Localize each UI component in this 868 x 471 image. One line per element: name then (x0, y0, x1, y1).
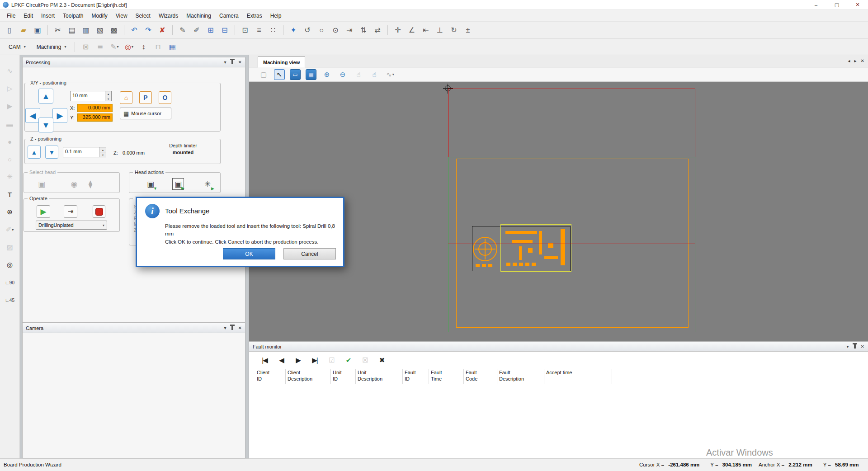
panel-pin-icon[interactable] (854, 344, 856, 349)
tab-machining-view[interactable]: Machining view (258, 57, 305, 67)
print-button[interactable]: ▩ (108, 24, 120, 36)
paste-button[interactable]: ▥ (80, 24, 92, 36)
panel-menu-icon[interactable]: ▾ (224, 60, 226, 65)
menu-item-camera[interactable]: Camera (215, 11, 243, 21)
ellipse-button[interactable]: ⊙ (330, 24, 341, 36)
panel-pin-icon[interactable] (231, 326, 233, 330)
anchor-x-button[interactable]: ⇤ (420, 24, 432, 36)
spin-down-icon[interactable]: ▾ (105, 96, 111, 101)
angle-45-tool[interactable]: ∟45 (4, 294, 16, 306)
ok-button[interactable]: OK (223, 248, 275, 259)
step-size-button[interactable]: ± (462, 24, 474, 36)
flip-vertical-button[interactable]: ⇅ (358, 24, 369, 36)
x-position-field[interactable]: 0.000 mm (77, 104, 113, 112)
undo-button[interactable]: ↶ (128, 24, 140, 36)
panel-close-icon[interactable]: ✕ (238, 326, 242, 330)
anchor-y-button[interactable]: ⊥ (434, 24, 446, 36)
subtract-button[interactable]: ⊟ (219, 24, 231, 36)
select-region-tool[interactable]: ▢ (258, 69, 269, 80)
menu-item-insert[interactable]: Insert (37, 11, 59, 21)
save-button[interactable]: ▣ (32, 24, 43, 36)
draw-path-button[interactable]: ✐ (191, 24, 203, 36)
stop-process-button[interactable] (93, 205, 105, 218)
edit-points-button[interactable]: ✎ (177, 24, 189, 36)
angle-90-tool[interactable]: ∟90 (4, 277, 16, 288)
redo-button[interactable]: ↷ (142, 24, 154, 36)
tab-close-icon[interactable]: ✕ (861, 58, 864, 63)
machining-mode-dropdown[interactable]: Machining ▾ (33, 42, 71, 52)
move-home-button[interactable]: ⌂ (120, 91, 132, 104)
fault-column-header[interactable]: FaultDescription (497, 369, 544, 384)
panel-menu-icon[interactable]: ▾ (847, 344, 849, 349)
close-button[interactable]: ✕ (847, 0, 868, 9)
spin-up-icon[interactable]: ▴ (100, 147, 106, 152)
menu-item-select[interactable]: Select (132, 11, 155, 21)
menu-item-machining[interactable]: Machining (182, 11, 215, 21)
cam-mode-dropdown[interactable]: CAM ▾ (5, 42, 30, 52)
xy-step-spinner[interactable]: 10 mm ▴ ▾ (70, 91, 112, 101)
xy-step-value[interactable]: 10 mm (71, 91, 105, 101)
spin-down-icon[interactable]: ▾ (100, 152, 106, 157)
zoom-selection-tool[interactable]: ▦ (306, 69, 316, 80)
lower-head-button[interactable]: ▣▼ (145, 178, 156, 190)
next-fault-button[interactable]: ▶ (292, 355, 303, 366)
start-head-button[interactable]: ▣▶ (172, 178, 184, 190)
material-tool[interactable]: ▦ (166, 41, 178, 53)
move-zero-position-button[interactable]: O (159, 91, 171, 104)
move-button[interactable]: ✛ (392, 24, 404, 36)
jog-z-minus-button[interactable]: ▼ (45, 146, 58, 159)
accept-all-faults-button[interactable]: ✔ (343, 355, 354, 366)
start-process-button[interactable]: ▶ (37, 205, 50, 218)
group-button[interactable]: ⊡ (239, 24, 251, 36)
jog-x-plus-button[interactable]: ▶ (52, 108, 67, 123)
open-document-button[interactable]: ▰ (18, 24, 29, 36)
jog-y-plus-button[interactable]: ▲ (38, 89, 53, 104)
mouse-cursor-button[interactable]: ▦ Mouse cursor (120, 108, 171, 119)
placement-origin-tool[interactable]: ◎▾ (123, 41, 135, 53)
menu-item-modify[interactable]: Modify (87, 11, 111, 21)
copy-button[interactable]: ▤ (66, 24, 78, 36)
menu-item-wizards[interactable]: Wizards (155, 11, 182, 21)
last-fault-button[interactable]: ▶| (309, 355, 320, 366)
pan-tool[interactable]: ☝ (353, 69, 364, 80)
move-pause-position-button[interactable]: P (139, 91, 152, 104)
fault-column-header[interactable]: FaultID (403, 369, 429, 384)
paste-special-button[interactable]: ▧ (94, 24, 106, 36)
fault-column-header[interactable]: FaultTime (429, 369, 464, 384)
fault-column-header[interactable]: UnitDescription (356, 369, 403, 384)
fiducial-tool[interactable]: ⊕ (4, 206, 16, 218)
z-step-stepper[interactable]: ▴ ▾ (99, 147, 106, 157)
select-tool[interactable]: ↖ (274, 69, 285, 80)
y-position-field[interactable]: 325.000 mm (77, 113, 113, 122)
rotate-ccw-button[interactable]: ↺ (302, 24, 313, 36)
zoom-in-tool[interactable]: ⊕ (321, 69, 332, 80)
spin-up-icon[interactable]: ▴ (105, 91, 111, 96)
combine-button[interactable]: ⊞ (205, 24, 217, 36)
menu-item-view[interactable]: View (112, 11, 132, 21)
zoom-out-tool[interactable]: ⊖ (337, 69, 348, 80)
fault-column-header[interactable]: UnitID (331, 369, 356, 384)
jog-y-minus-button[interactable]: ▼ (38, 118, 53, 132)
convert-button[interactable]: ⇥ (344, 24, 355, 36)
fault-column-header[interactable]: Accept time (544, 369, 612, 384)
alignment-tool[interactable]: ↕ (137, 41, 149, 53)
panel-pin-icon[interactable] (231, 60, 233, 64)
menu-item-edit[interactable]: Edit (19, 11, 37, 21)
maximize-button[interactable]: ▢ (826, 0, 847, 9)
tab-scroll-right-icon[interactable]: ▸ (854, 58, 857, 63)
design-wizard-button[interactable]: ✦ (288, 24, 299, 36)
fault-column-header[interactable]: FaultCode (464, 369, 497, 384)
first-fault-button[interactable]: |◀ (259, 355, 270, 366)
rotate-angle-button[interactable]: ↻ (448, 24, 460, 36)
minimize-button[interactable]: – (806, 0, 826, 9)
fault-column-header[interactable]: ClientID (255, 369, 286, 384)
xy-step-stepper[interactable]: ▴ ▾ (105, 91, 111, 101)
new-document-button[interactable]: ▯ (4, 24, 15, 36)
delete-button[interactable]: ✘ (156, 24, 168, 36)
process-phase-select[interactable]: DrillingUnplated ▾ (36, 221, 107, 230)
spray-head-button[interactable]: ✳▶ (202, 178, 213, 190)
reject-all-faults-button[interactable]: ✖ (376, 355, 387, 366)
menu-item-extras[interactable]: Extras (243, 11, 266, 21)
distribute-button[interactable]: ∷ (267, 24, 279, 36)
flip-horizontal-button[interactable]: ⇄ (372, 24, 383, 36)
